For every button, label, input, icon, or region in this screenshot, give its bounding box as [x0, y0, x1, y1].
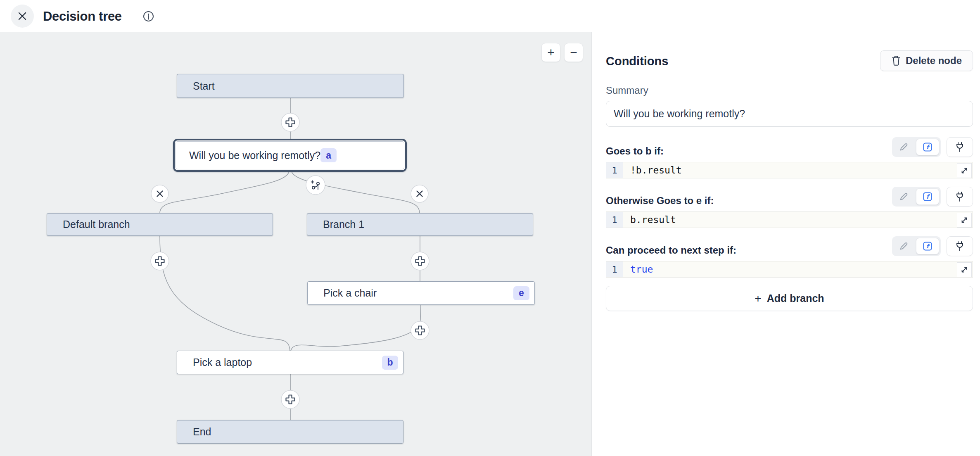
delete-node-button[interactable]: Delete node [880, 50, 973, 71]
node-label: End [193, 426, 403, 438]
node-badge: b [382, 356, 398, 370]
decision-tree-editor: Decision tree [0, 0, 980, 456]
summary-label: Summary [606, 85, 648, 96]
trash-icon [891, 55, 901, 66]
node-label: Default branch [63, 218, 273, 230]
add-branch-label: Add branch [767, 292, 824, 304]
add-branch-fork-button[interactable] [306, 176, 325, 195]
connect-data-button[interactable] [947, 137, 973, 157]
delete-edge-button-left[interactable] [151, 185, 168, 202]
connect-data-button[interactable] [947, 236, 973, 256]
node-default-branch[interactable]: Default branch [47, 213, 273, 236]
code-editor-goes-to-b[interactable]: 1 !b.result [606, 162, 973, 178]
add-node-button[interactable] [281, 113, 299, 131]
summary-value: Will you be working remotly? [614, 108, 745, 120]
header: Decision tree [0, 0, 980, 32]
expand-editor-button[interactable] [957, 213, 972, 228]
node-label: Pick a laptop [193, 356, 382, 368]
condition-label: Goes to b if: [606, 145, 664, 157]
node-start[interactable]: Start [177, 74, 404, 98]
code-value: b.result [623, 212, 676, 228]
plus-icon: + [755, 293, 761, 304]
node-pick-chair[interactable]: Pick a chair e [307, 281, 535, 305]
panel-title: Conditions [606, 55, 668, 68]
node-question-selected[interactable]: Will you be working remotly? a [173, 139, 407, 172]
node-badge: e [513, 286, 529, 300]
expand-icon [960, 166, 968, 175]
add-branch-button[interactable]: + Add branch [606, 286, 973, 311]
node-label: Will you be working remotly? [189, 150, 320, 162]
line-number: 1 [606, 261, 623, 277]
svg-text:f: f [926, 193, 930, 200]
close-button[interactable] [11, 5, 34, 28]
condition-row-header: Goes to b if: f [606, 137, 973, 157]
expand-icon [960, 216, 968, 224]
expand-editor-button[interactable] [957, 163, 972, 178]
add-node-button[interactable] [281, 390, 299, 408]
node-label: Start [193, 80, 403, 92]
code-editor-can-proceed[interactable]: 1 true [606, 261, 973, 278]
pencil-icon [899, 142, 909, 152]
editor-mode-toggle: f [892, 236, 941, 256]
plus-icon: + [547, 46, 555, 59]
svg-text:f: f [926, 144, 930, 150]
text-mode-button[interactable] [892, 142, 916, 152]
add-node-button[interactable] [151, 252, 169, 270]
conditions-panel: Conditions Delete node Summary Will you … [592, 32, 980, 456]
fx-mode-button[interactable]: f [916, 139, 939, 155]
delete-edge-button-right[interactable] [411, 185, 428, 202]
editor-mode-toggle: f [892, 137, 941, 157]
plug-icon [954, 191, 965, 202]
condition-row-header: Can proceed to next step if: f [606, 236, 973, 256]
pencil-icon [899, 192, 909, 201]
condition-row-header: Otherwise Goes to e if: f [606, 186, 973, 207]
plug-icon [954, 241, 965, 252]
delete-node-label: Delete node [906, 55, 962, 66]
editor-mode-toggle: f [892, 187, 941, 207]
node-label: Pick a chair [323, 287, 513, 299]
add-node-button[interactable] [411, 321, 429, 340]
node-branch-1[interactable]: Branch 1 [307, 213, 533, 236]
close-icon [17, 11, 27, 21]
pencil-icon [899, 242, 909, 251]
function-icon: f [923, 142, 933, 152]
node-end[interactable]: End [177, 420, 403, 444]
code-value: !b.result [623, 162, 682, 178]
connect-data-button[interactable] [947, 187, 973, 207]
zoom-in-button[interactable]: + [541, 43, 560, 62]
minus-icon: − [570, 46, 577, 59]
page-title: Decision tree [43, 9, 122, 24]
node-label: Branch 1 [323, 218, 533, 230]
svg-text:f: f [926, 243, 930, 249]
expand-icon [960, 266, 968, 274]
text-mode-button[interactable] [892, 242, 916, 251]
summary-input[interactable]: Will you be working remotly? [606, 101, 973, 127]
expand-editor-button[interactable] [957, 262, 972, 277]
function-icon: f [923, 192, 933, 202]
text-mode-button[interactable] [892, 192, 916, 201]
code-editor-otherwise-goes-to-e[interactable]: 1 b.result [606, 211, 973, 228]
plug-icon [954, 142, 965, 152]
condition-label: Can proceed to next step if: [606, 245, 736, 256]
flow-canvas[interactable]: Start Will you be working remotly? a Def… [0, 32, 592, 456]
node-pick-laptop[interactable]: Pick a laptop b [177, 351, 403, 374]
node-badge: a [320, 148, 337, 162]
info-icon[interactable] [143, 11, 154, 22]
line-number: 1 [606, 212, 623, 228]
code-value: true [623, 261, 653, 277]
function-icon: f [923, 241, 933, 251]
fx-mode-button[interactable]: f [916, 238, 939, 254]
line-number: 1 [606, 162, 623, 178]
zoom-out-button[interactable]: − [564, 43, 583, 62]
add-node-button[interactable] [411, 252, 429, 270]
fx-mode-button[interactable]: f [916, 188, 939, 205]
condition-label: Otherwise Goes to e if: [606, 195, 714, 207]
